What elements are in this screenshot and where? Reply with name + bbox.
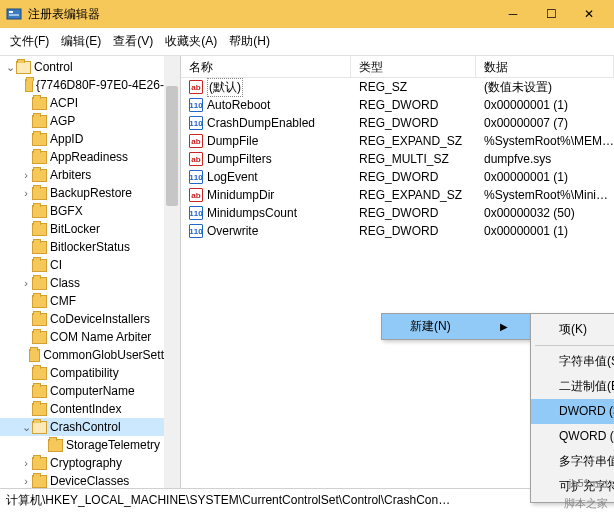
value-data: 0x00000001 (1): [476, 170, 614, 184]
watermark-url: jb51.net: [569, 477, 608, 489]
folder-icon: [25, 79, 33, 92]
tree-scrollbar[interactable]: [164, 56, 180, 488]
tree-node[interactable]: CMF: [0, 292, 180, 310]
ctx-item[interactable]: 字符串值(S): [531, 349, 614, 374]
tree-label: BitLocker: [50, 222, 100, 236]
folder-icon: [32, 457, 47, 470]
value-row[interactable]: 110OverwriteREG_DWORD0x00000001 (1): [181, 222, 614, 240]
tree-label: AppReadiness: [50, 150, 128, 164]
folder-icon: [32, 403, 47, 416]
tree-node[interactable]: ContentIndex: [0, 400, 180, 418]
expand-icon[interactable]: ›: [20, 187, 32, 199]
value-row[interactable]: ab(默认)REG_SZ(数值未设置): [181, 78, 614, 96]
tree-label: CMF: [50, 294, 76, 308]
minimize-button[interactable]: ─: [494, 3, 532, 25]
tree-label: ContentIndex: [50, 402, 121, 416]
binary-value-icon: 110: [189, 206, 203, 220]
value-row[interactable]: abDumpFileREG_EXPAND_SZ%SystemRoot%\MEM…: [181, 132, 614, 150]
value-type: REG_DWORD: [351, 98, 476, 112]
expand-icon[interactable]: ⌄: [4, 61, 16, 74]
maximize-button[interactable]: ☐: [532, 3, 570, 25]
tree-label: BackupRestore: [50, 186, 132, 200]
title-bar: 注册表编辑器 ─ ☐ ✕: [0, 0, 614, 28]
tree-node[interactable]: BitlockerStatus: [0, 238, 180, 256]
status-bar: 计算机\HKEY_LOCAL_MACHINE\SYSTEM\CurrentCon…: [0, 488, 614, 510]
value-data: dumpfve.sys: [476, 152, 614, 166]
value-name: DumpFilters: [207, 152, 272, 166]
value-row[interactable]: 110MinidumpsCountREG_DWORD0x00000032 (50…: [181, 204, 614, 222]
value-row[interactable]: abMinidumpDirREG_EXPAND_SZ%SystemRoot%\M…: [181, 186, 614, 204]
close-button[interactable]: ✕: [570, 3, 608, 25]
menu-edit[interactable]: 编辑(E): [57, 31, 105, 52]
value-row[interactable]: 110CrashDumpEnabledREG_DWORD0x00000007 (…: [181, 114, 614, 132]
folder-icon: [29, 349, 40, 362]
value-type: REG_DWORD: [351, 116, 476, 130]
tree-node[interactable]: ACPI: [0, 94, 180, 112]
expand-icon[interactable]: ›: [20, 475, 32, 487]
tree-node[interactable]: ⌄CrashControl: [0, 418, 180, 436]
folder-icon: [32, 385, 47, 398]
tree-pane: ⌄Control {7746D80F-97E0-4E26-… ACPI AGP …: [0, 56, 181, 488]
expand-icon[interactable]: ›: [20, 277, 32, 289]
menu-favorites[interactable]: 收藏夹(A): [161, 31, 221, 52]
folder-icon: [32, 241, 47, 254]
value-row[interactable]: abDumpFiltersREG_MULTI_SZdumpfve.sys: [181, 150, 614, 168]
tree-node[interactable]: BGFX: [0, 202, 180, 220]
tree-node[interactable]: BitLocker: [0, 220, 180, 238]
tree-label: Control: [34, 60, 73, 74]
col-type[interactable]: 类型: [351, 56, 476, 77]
expand-icon[interactable]: ›: [20, 457, 32, 469]
tree-node[interactable]: ›DeviceClasses: [0, 472, 180, 488]
tree-node[interactable]: ComputerName: [0, 382, 180, 400]
ctx-item[interactable]: QWORD (64 位)值(Q): [531, 424, 614, 449]
expand-icon[interactable]: ›: [20, 169, 32, 181]
tree-label: CoDeviceInstallers: [50, 312, 150, 326]
tree-node[interactable]: AppID: [0, 130, 180, 148]
menu-help[interactable]: 帮助(H): [225, 31, 274, 52]
tree-label: CommonGlobUserSett…: [43, 348, 176, 362]
value-row[interactable]: 110AutoRebootREG_DWORD0x00000001 (1): [181, 96, 614, 114]
value-data: 0x00000001 (1): [476, 224, 614, 238]
col-name[interactable]: 名称: [181, 56, 351, 77]
menu-view[interactable]: 查看(V): [109, 31, 157, 52]
folder-icon: [32, 169, 47, 182]
tree-node[interactable]: CommonGlobUserSett…: [0, 346, 180, 364]
folder-icon: [32, 331, 47, 344]
tree-node[interactable]: {7746D80F-97E0-4E26-…: [0, 76, 180, 94]
tree-node[interactable]: ›Cryptography: [0, 454, 180, 472]
menu-file[interactable]: 文件(F): [6, 31, 53, 52]
tree-node[interactable]: AGP: [0, 112, 180, 130]
tree-node[interactable]: ›BackupRestore: [0, 184, 180, 202]
ctx-new[interactable]: 新建(N)▶: [382, 314, 530, 339]
tree-node[interactable]: ›Arbiters: [0, 166, 180, 184]
string-value-icon: ab: [189, 134, 203, 148]
tree-node[interactable]: ›Class: [0, 274, 180, 292]
binary-value-icon: 110: [189, 224, 203, 238]
tree-label: COM Name Arbiter: [50, 330, 151, 344]
expand-icon[interactable]: ⌄: [20, 421, 32, 434]
value-data: (数值未设置): [476, 79, 614, 96]
col-data[interactable]: 数据: [476, 56, 614, 77]
tree-node[interactable]: CI: [0, 256, 180, 274]
folder-icon: [32, 313, 47, 326]
window-title: 注册表编辑器: [28, 6, 494, 23]
menu-separator: [535, 345, 614, 346]
binary-value-icon: 110: [189, 116, 203, 130]
value-type: REG_EXPAND_SZ: [351, 188, 476, 202]
folder-icon: [32, 223, 47, 236]
tree-node[interactable]: Compatibility: [0, 364, 180, 382]
value-row[interactable]: 110LogEventREG_DWORD0x00000001 (1): [181, 168, 614, 186]
ctx-item[interactable]: DWORD (32 位)值(D): [531, 399, 614, 424]
tree-node[interactable]: StorageTelemetry: [0, 436, 180, 454]
tree-label: ComputerName: [50, 384, 135, 398]
ctx-item[interactable]: 二进制值(B): [531, 374, 614, 399]
folder-icon: [32, 115, 47, 128]
tree-node[interactable]: AppReadiness: [0, 148, 180, 166]
value-name: LogEvent: [207, 170, 258, 184]
ctx-item[interactable]: 项(K): [531, 317, 614, 342]
tree-node[interactable]: CoDeviceInstallers: [0, 310, 180, 328]
tree-node[interactable]: COM Name Arbiter: [0, 328, 180, 346]
folder-icon: [32, 367, 47, 380]
tree-node[interactable]: ⌄Control: [0, 58, 180, 76]
ctx-item[interactable]: 多字符串值(M): [531, 449, 614, 474]
